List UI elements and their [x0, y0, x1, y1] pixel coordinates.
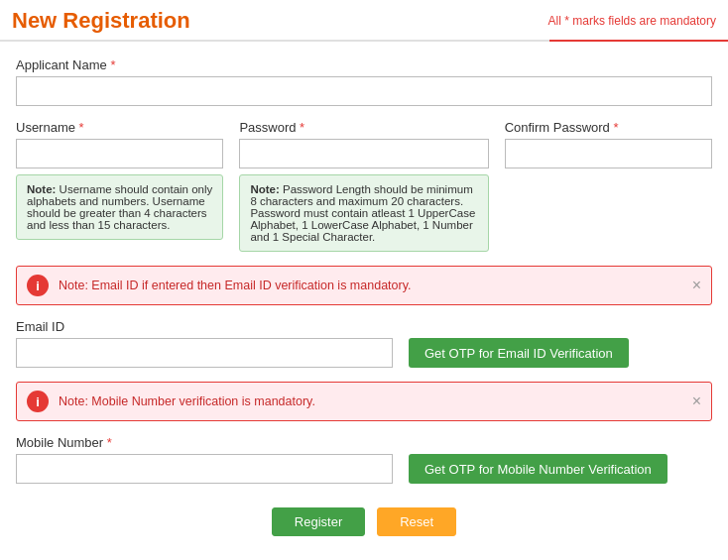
- password-col: Password * Note: Password Length should …: [239, 120, 488, 252]
- email-alert-icon: i: [27, 275, 49, 296]
- email-label: Email ID: [16, 319, 712, 334]
- mobile-alert-text: Note: Mobile Number verification is mand…: [59, 394, 315, 408]
- credentials-row: Username * Note: Username should contain…: [16, 120, 712, 252]
- mandatory-note: All * marks fields are mandatory: [548, 14, 716, 28]
- mobile-alert-close[interactable]: ×: [692, 393, 701, 409]
- email-row: Get OTP for Email ID Verification: [16, 338, 712, 368]
- email-alert-bar: i Note: Email ID if entered then Email I…: [16, 266, 712, 305]
- required-star: *: [110, 57, 115, 72]
- confirm-password-label: Confirm Password *: [505, 120, 712, 135]
- password-input[interactable]: [239, 139, 488, 168]
- page-header: New Registration All * marks fields are …: [0, 0, 728, 42]
- username-label: Username *: [16, 120, 223, 135]
- email-input[interactable]: [16, 338, 393, 368]
- password-label: Password *: [239, 120, 488, 135]
- mobile-group: Mobile Number * Get OTP for Mobile Numbe…: [16, 435, 712, 484]
- username-hint-note: Note: Username should contain only alpha…: [27, 183, 212, 231]
- mobile-alert-bar: i Note: Mobile Number verification is ma…: [16, 382, 712, 421]
- mobile-input[interactable]: [16, 454, 393, 484]
- confirm-password-col: Confirm Password *: [505, 120, 712, 252]
- applicant-name-input[interactable]: [16, 76, 712, 106]
- email-alert-text: Note: Email ID if entered then Email ID …: [59, 279, 411, 292]
- username-hint: Note: Username should contain only alpha…: [16, 174, 223, 240]
- reset-button[interactable]: Reset: [377, 507, 456, 536]
- mobile-row: Get OTP for Mobile Number Verification: [16, 454, 712, 484]
- email-group: Email ID Get OTP for Email ID Verificati…: [16, 319, 712, 368]
- mobile-label: Mobile Number *: [16, 435, 712, 450]
- username-input[interactable]: [16, 139, 223, 168]
- mobile-otp-button[interactable]: Get OTP for Mobile Number Verification: [409, 454, 667, 484]
- mobile-alert-icon: i: [27, 391, 49, 412]
- confirm-password-input[interactable]: [505, 139, 712, 168]
- bottom-buttons: Register Reset: [16, 507, 712, 536]
- page-title: New Registration: [12, 8, 190, 34]
- email-otp-button[interactable]: Get OTP for Email ID Verification: [409, 338, 629, 368]
- password-hint: Note: Password Length should be minimum …: [239, 174, 488, 252]
- applicant-name-label: Applicant Name *: [16, 57, 712, 72]
- registration-form: Applicant Name * Username * Note: Userna…: [0, 42, 728, 556]
- register-button[interactable]: Register: [272, 507, 365, 536]
- email-alert-close[interactable]: ×: [692, 278, 701, 293]
- username-col: Username * Note: Username should contain…: [16, 120, 223, 252]
- mobile-input-wrap: [16, 454, 393, 484]
- applicant-name-group: Applicant Name *: [16, 57, 712, 106]
- email-input-wrap: [16, 338, 393, 368]
